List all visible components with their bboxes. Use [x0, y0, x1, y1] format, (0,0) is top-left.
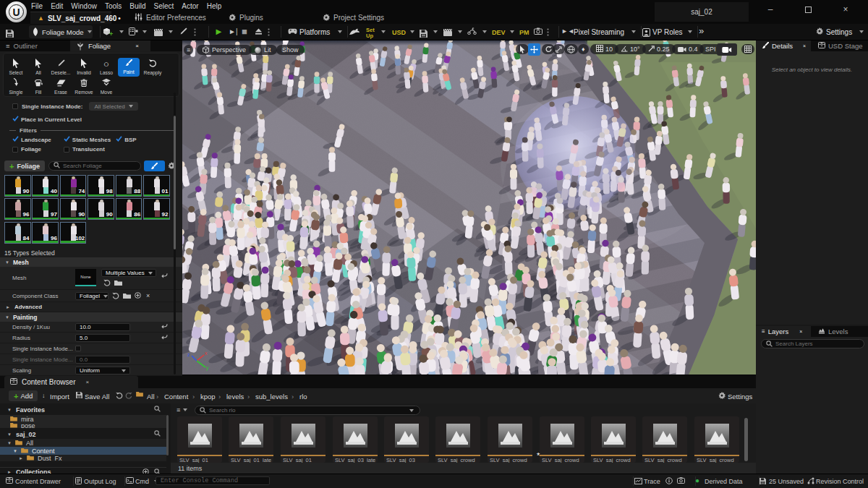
svg-text:z: z — [187, 352, 190, 357]
svg-text:y: y — [206, 365, 209, 371]
svg-text:+: + — [109, 30, 113, 37]
svg-text:x: x — [205, 351, 208, 356]
